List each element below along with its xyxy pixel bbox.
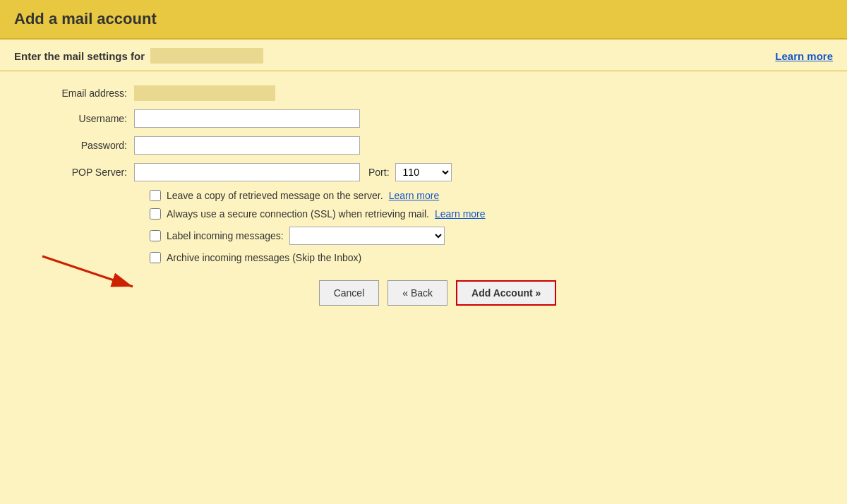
subtitle-email	[150, 48, 263, 64]
checkbox1-row: Leave a copy of retrieved message on the…	[150, 190, 833, 201]
checkbox-leave-copy[interactable]	[150, 190, 161, 201]
label-dropdown-container: Label incoming messages:	[167, 227, 445, 245]
subtitle-learn-more-link[interactable]: Learn more	[775, 50, 833, 62]
checkbox-label-incoming[interactable]	[150, 230, 161, 241]
checkbox1-label: Leave a copy of retrieved message on the…	[167, 190, 383, 201]
pop-server-label: POP Server:	[42, 167, 134, 178]
email-address-row: Email address:	[42, 85, 833, 101]
email-address-label: Email address:	[42, 88, 134, 99]
checkbox3-row: Label incoming messages:	[150, 227, 833, 245]
checkbox-ssl[interactable]	[150, 208, 161, 220]
pop-server-input[interactable]	[134, 163, 360, 181]
checkbox1-learn-more[interactable]: Learn more	[389, 190, 440, 201]
password-row: Password:	[42, 136, 833, 155]
checkbox2-label: Always use a secure connection (SSL) whe…	[167, 208, 429, 220]
password-label: Password:	[42, 140, 134, 151]
checkbox4-label: Archive incoming messages (Skip the Inbo…	[167, 252, 361, 263]
username-row: Username:	[42, 109, 833, 128]
back-button[interactable]: « Back	[388, 280, 447, 306]
title-bar: Add a mail account	[0, 0, 847, 40]
add-account-button[interactable]: Add Account »	[456, 280, 556, 306]
subtitle-bar: Enter the mail settings for Learn more	[0, 40, 847, 71]
page-wrapper: Add a mail account Enter the mail settin…	[0, 0, 847, 504]
port-label: Port:	[368, 167, 390, 178]
email-address-value	[134, 85, 275, 101]
form-container: Email address: Username: Password: POP S…	[42, 85, 833, 306]
username-label: Username:	[42, 113, 134, 124]
label-incoming-select[interactable]	[289, 227, 445, 245]
checkbox3-label: Label incoming messages:	[167, 230, 284, 241]
username-input[interactable]	[134, 109, 360, 128]
password-input[interactable]	[134, 136, 360, 155]
port-select[interactable]: 110 995	[395, 163, 452, 181]
checkbox-archive[interactable]	[150, 252, 161, 263]
checkbox-section: Leave a copy of retrieved message on the…	[150, 190, 833, 263]
subtitle-label: Enter the mail settings for	[14, 50, 145, 62]
button-row: Cancel « Back Add Account »	[42, 280, 833, 306]
page-title: Add a mail account	[14, 10, 833, 28]
pop-server-row: POP Server: Port: 110 995	[42, 163, 833, 181]
content-area: Email address: Username: Password: POP S…	[0, 71, 847, 320]
cancel-button[interactable]: Cancel	[319, 280, 380, 306]
checkbox2-learn-more[interactable]: Learn more	[435, 208, 486, 220]
checkbox4-row: Archive incoming messages (Skip the Inbo…	[150, 252, 833, 263]
checkbox2-row: Always use a secure connection (SSL) whe…	[150, 208, 833, 220]
